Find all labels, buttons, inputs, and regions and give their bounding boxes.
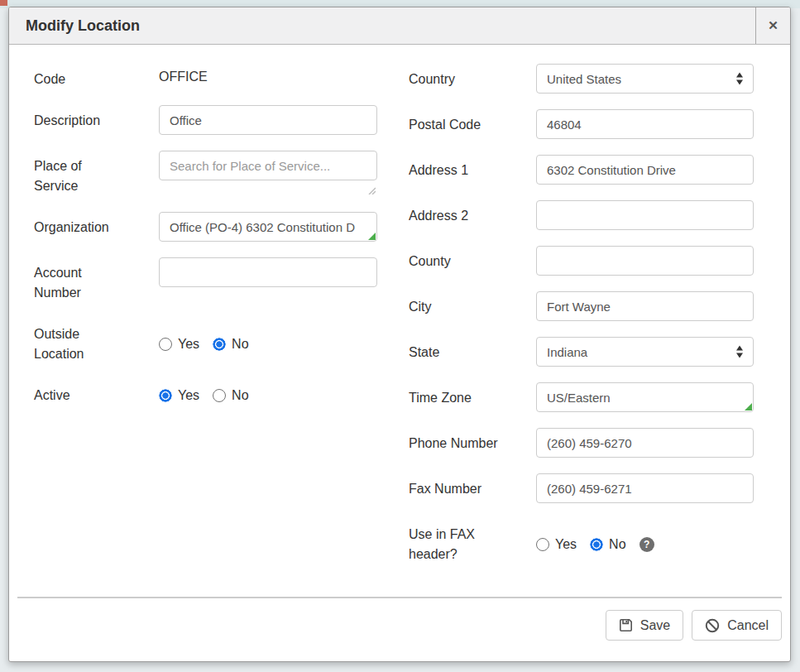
- field-city: City: [409, 291, 782, 321]
- help-icon[interactable]: ?: [640, 537, 654, 552]
- phone-number-input[interactable]: [536, 428, 754, 458]
- code-label: Code: [34, 64, 159, 89]
- place-of-service-input[interactable]: [159, 151, 377, 180]
- close-button[interactable]: ✕: [755, 7, 790, 44]
- outside-location-label: Outside Location: [34, 319, 159, 364]
- fax-number-input[interactable]: [536, 473, 754, 503]
- country-label: Country: [409, 64, 536, 94]
- field-account-number: Account Number: [34, 257, 377, 303]
- use-in-fax-header-radio-group: Yes No ?: [536, 519, 654, 564]
- active-radio-group: Yes No: [159, 380, 249, 406]
- select-arrows-icon: [736, 73, 743, 85]
- city-input[interactable]: [536, 291, 754, 321]
- save-button[interactable]: Save: [606, 610, 683, 641]
- address2-input[interactable]: [536, 200, 754, 230]
- cancel-ban-icon: [705, 618, 720, 633]
- modal-footer: Save Cancel: [17, 597, 782, 661]
- county-input[interactable]: [536, 246, 754, 276]
- close-icon: ✕: [768, 18, 778, 33]
- field-outside-location: Outside Location Yes No: [34, 319, 377, 364]
- modify-location-modal: Modify Location ✕ Code OFFICE Descriptio…: [8, 7, 791, 662]
- place-of-service-label: Place of Service: [34, 151, 159, 196]
- organization-label: Organization: [34, 212, 159, 242]
- account-number-label: Account Number: [34, 257, 159, 303]
- county-label: County: [409, 246, 536, 276]
- modal-header: Modify Location ✕: [9, 7, 790, 45]
- organization-value: Office (PO-4) 6302 Constitution D: [170, 220, 355, 234]
- valid-corner-icon: [368, 233, 376, 240]
- cancel-button-label: Cancel: [727, 618, 769, 633]
- field-fax-number: Fax Number: [409, 473, 782, 503]
- country-value: United States: [547, 72, 621, 86]
- country-select[interactable]: United States: [536, 64, 754, 94]
- background-fragment: [0, 0, 7, 6]
- modal-body: Code OFFICE Description Place of Service: [9, 45, 790, 597]
- organization-select[interactable]: Office (PO-4) 6302 Constitution D: [159, 212, 377, 242]
- description-input[interactable]: [159, 105, 377, 135]
- postal-code-input[interactable]: [536, 109, 754, 139]
- outside-location-radio-group: Yes No: [159, 319, 249, 364]
- resize-grip-icon: [367, 186, 376, 194]
- field-state: State Indiana: [409, 337, 782, 367]
- state-value: Indiana: [547, 345, 587, 359]
- time-zone-select[interactable]: US/Eastern: [536, 382, 754, 412]
- form-column-left: Code OFFICE Description Place of Service: [34, 64, 377, 597]
- cancel-button[interactable]: Cancel: [692, 610, 782, 641]
- active-no-label: No: [232, 388, 248, 403]
- active-label: Active: [34, 380, 159, 406]
- account-number-input[interactable]: [159, 257, 377, 287]
- active-no-radio[interactable]: [213, 389, 226, 402]
- address1-label: Address 1: [409, 155, 536, 185]
- state-label: State: [409, 337, 536, 367]
- outside-location-yes-radio[interactable]: [159, 338, 172, 351]
- outside-location-no-label: No: [232, 337, 248, 352]
- address2-label: Address 2: [409, 200, 536, 230]
- field-county: County: [409, 246, 782, 276]
- state-select[interactable]: Indiana: [536, 337, 754, 367]
- field-description: Description: [34, 105, 377, 135]
- outside-location-yes-label: Yes: [178, 337, 199, 352]
- field-address2: Address 2: [409, 200, 782, 230]
- field-use-in-fax-header: Use in FAX header? Yes No ?: [409, 519, 782, 564]
- fax-number-label: Fax Number: [409, 473, 536, 503]
- select-arrows-icon: [736, 346, 743, 358]
- use-in-fax-header-no-label: No: [609, 537, 625, 552]
- time-zone-label: Time Zone: [409, 382, 536, 412]
- save-button-label: Save: [640, 618, 670, 633]
- form-column-right: Country United States Postal Code Addres…: [409, 64, 782, 597]
- modal-title: Modify Location: [9, 7, 755, 44]
- field-organization: Organization Office (PO-4) 6302 Constitu…: [34, 212, 377, 242]
- field-place-of-service: Place of Service: [34, 151, 377, 196]
- outside-location-no-radio[interactable]: [213, 338, 226, 351]
- time-zone-value: US/Eastern: [547, 391, 611, 405]
- active-yes-label: Yes: [178, 388, 199, 403]
- field-phone-number: Phone Number: [409, 428, 782, 458]
- use-in-fax-header-yes-radio[interactable]: [536, 538, 549, 551]
- active-yes-radio[interactable]: [159, 389, 172, 402]
- save-floppy-icon: [619, 618, 633, 632]
- code-value: OFFICE: [159, 64, 208, 89]
- field-postal-code: Postal Code: [409, 109, 782, 139]
- use-in-fax-header-yes-label: Yes: [555, 537, 577, 552]
- description-label: Description: [34, 105, 159, 135]
- phone-number-label: Phone Number: [409, 428, 536, 458]
- address1-input[interactable]: [536, 155, 754, 185]
- postal-code-label: Postal Code: [409, 109, 536, 139]
- field-time-zone: Time Zone US/Eastern: [409, 382, 782, 412]
- field-code: Code OFFICE: [34, 64, 377, 89]
- field-active: Active Yes No: [34, 380, 377, 406]
- field-address1: Address 1: [409, 155, 782, 185]
- field-country: Country United States: [409, 64, 782, 94]
- city-label: City: [409, 291, 536, 321]
- valid-corner-icon: [745, 403, 752, 410]
- use-in-fax-header-label: Use in FAX header?: [409, 519, 536, 564]
- use-in-fax-header-no-radio[interactable]: [590, 538, 603, 551]
